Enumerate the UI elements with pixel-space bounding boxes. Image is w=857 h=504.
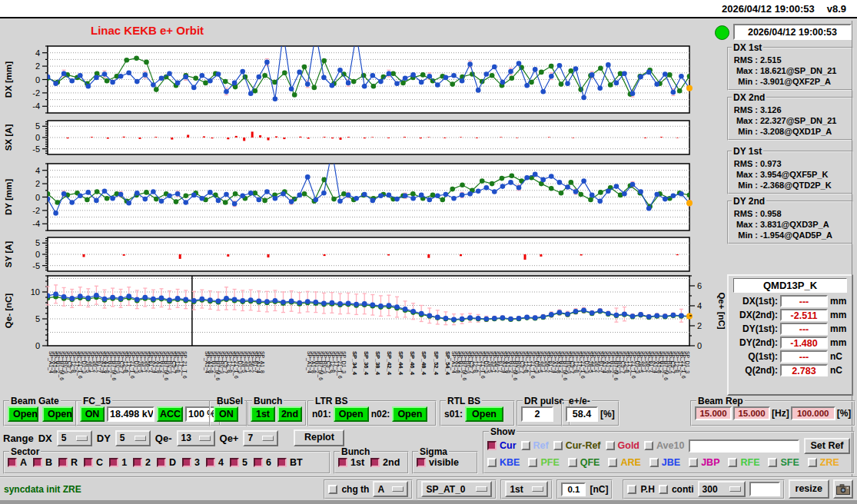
stat-rms: RMS :2.515: [732, 55, 849, 65]
show-checkbox-ave10[interactable]: [644, 441, 653, 450]
show-checkbox-cur[interactable]: [487, 441, 497, 450]
stat-line-value: 3.831@QXD3P_A: [760, 220, 829, 229]
sector-group: Sector ABRC12D3456BT: [3, 446, 331, 474]
show-checkbox-qfe[interactable]: [568, 458, 577, 467]
sector-item-2: 2: [133, 457, 151, 468]
resize-button[interactable]: resize: [789, 479, 829, 499]
svg-text:SY [A]: SY [A]: [4, 241, 13, 267]
bunch-checkbox-1st[interactable]: [338, 458, 347, 467]
set-ref-button[interactable]: Set Ref: [804, 438, 850, 454]
threshold-field[interactable]: 0.1: [561, 482, 586, 496]
ltr-bs-n02-open-button[interactable]: Open: [392, 406, 427, 422]
show-checkbox-zre[interactable]: [808, 458, 817, 467]
conti-checkbox[interactable]: [659, 485, 668, 494]
show-checkbox-sfe[interactable]: [768, 458, 777, 467]
beam-gate-open-button-2[interactable]: Open: [42, 406, 73, 422]
replot-button[interactable]: Replot: [294, 429, 344, 446]
sector-item-B: B: [33, 457, 52, 468]
show-checkbox-jbe[interactable]: [649, 458, 659, 467]
bunch-1st-button[interactable]: 1st: [251, 406, 275, 422]
show-checkbox-jbp[interactable]: [689, 458, 698, 467]
stat-line-label: RMS :: [732, 209, 758, 218]
show-checkbox-kbe[interactable]: [487, 458, 497, 467]
screenshot-button[interactable]: [833, 479, 853, 499]
beam-rep-label: Beam Rep: [696, 396, 745, 406]
sigma-checkbox-visible[interactable]: [417, 458, 426, 467]
range-dy-dropdown[interactable]: 5: [115, 430, 151, 446]
show-item-are: ARE: [608, 457, 640, 468]
monitor-row-label: Q(1st):: [732, 351, 778, 362]
dropdown-dash-icon: [262, 436, 274, 441]
sector-label-3: 3: [194, 457, 200, 468]
bunch-checkbox-2nd[interactable]: [370, 458, 380, 467]
bunch-item-2nd: 2nd: [370, 457, 400, 468]
stat-line-value: 3.126: [760, 105, 782, 114]
show-checkbox-gold[interactable]: [606, 441, 615, 450]
svg-text:SP_48_4: SP_48_4: [420, 351, 427, 376]
stat-box-dx-2nd: DX 2ndRMS :3.126Max :22.327@SP_DN_21Min …: [727, 92, 853, 141]
stat-line-value: 22.327@SP_DN_21: [760, 116, 836, 125]
sector-label-6: 6: [266, 457, 271, 468]
svg-text:SX [A]: SX [A]: [4, 124, 13, 151]
sector-label-2: 2: [145, 457, 151, 468]
range-qeminus-dropdown[interactable]: 13: [177, 430, 215, 446]
dropdown-dash-icon: [532, 486, 543, 492]
svg-text:DY [mm]: DY [mm]: [4, 179, 13, 215]
show-checkbox-rfe[interactable]: [728, 458, 737, 467]
sector-checkbox-2[interactable]: [133, 458, 142, 467]
svg-text:SP_34_4: SP_34_4: [351, 351, 358, 376]
sigma-label: Sigma: [418, 446, 449, 457]
sector-checkbox-B[interactable]: [33, 458, 42, 467]
sector-checkbox-D[interactable]: [157, 458, 166, 467]
set-ref-input[interactable]: [689, 439, 799, 453]
show-label-kbe: KBE: [500, 457, 520, 468]
ltr-bs-n01-open-button[interactable]: Open: [334, 406, 369, 422]
stat-box-title: DX 1st: [732, 42, 763, 53]
dr-pulse-field[interactable]: 2: [521, 406, 553, 422]
sector-checkbox-1[interactable]: [109, 458, 118, 467]
svg-text:-4: -4: [32, 101, 40, 111]
sector-checkbox-4[interactable]: [206, 458, 215, 467]
sp-select-dropdown[interactable]: SP_AT_0: [421, 481, 492, 497]
bunch2-label: Bunch: [340, 446, 371, 457]
sector-checkbox-6[interactable]: [254, 458, 263, 467]
show-checkbox-ref[interactable]: [521, 441, 530, 450]
sector-checkbox-3[interactable]: [182, 458, 191, 467]
show-checkbox-cur-ref[interactable]: [553, 441, 563, 450]
sector-checkbox-5[interactable]: [230, 458, 239, 467]
ph-checkbox[interactable]: [627, 485, 636, 494]
show-checkbox-pfe[interactable]: [528, 458, 537, 467]
show-checkbox-are[interactable]: [608, 458, 617, 467]
range-dx-dropdown[interactable]: 5: [57, 430, 92, 446]
dr-pulse-label: DR pulse: [523, 396, 566, 406]
sector-checkbox-R[interactable]: [58, 458, 68, 467]
sector-label-B: B: [45, 457, 52, 468]
rtl-bs-s01-open-button[interactable]: Open: [465, 406, 503, 422]
chg-th-dropdown[interactable]: A: [373, 481, 408, 497]
monitor-row-unit: mm: [830, 323, 846, 334]
monitor-row-value: -2.511: [780, 309, 828, 321]
sector-checkbox-A[interactable]: [8, 458, 17, 467]
show-label-cur: Cur: [500, 440, 517, 451]
beam-gate-open-button-1[interactable]: Open: [8, 406, 38, 422]
bpm-monitor-rows: DX(1st):---mmDX(2nd):-2.511mmDY(1st):---…: [732, 295, 849, 376]
show-item-jbe: JBE: [649, 457, 680, 468]
svg-text:DX [mm]: DX [mm]: [4, 61, 13, 98]
sector-checkbox-BT[interactable]: [277, 458, 287, 467]
fc15-kv-field[interactable]: 18.498 kV: [107, 406, 154, 422]
range-qeplus-dropdown[interactable]: 7: [243, 430, 278, 446]
count-dropdown[interactable]: 300: [698, 481, 746, 497]
busel-on-button[interactable]: ON: [214, 406, 238, 422]
svg-text:4: 4: [697, 301, 702, 310]
stat-min: Min :-1.954@QAD5P_A: [732, 230, 849, 240]
svg-text:Qe- [nC]: Qe- [nC]: [4, 293, 13, 329]
free-input[interactable]: [749, 482, 780, 496]
fc15-acc-button[interactable]: ACC: [157, 406, 183, 422]
sigma-label-visible: visible: [429, 457, 459, 468]
sector-checkbox-C[interactable]: [84, 458, 93, 467]
chg-th-checkbox[interactable]: [328, 485, 337, 494]
stat-box-dy-2nd: DY 2ndRMS :0.958Max :3.831@QXD3P_AMin :-…: [727, 196, 853, 244]
bunch-select-dropdown[interactable]: 1st: [505, 481, 548, 497]
bunch-2nd-button[interactable]: 2nd: [277, 406, 302, 422]
fc15-on-button[interactable]: ON: [80, 406, 105, 422]
